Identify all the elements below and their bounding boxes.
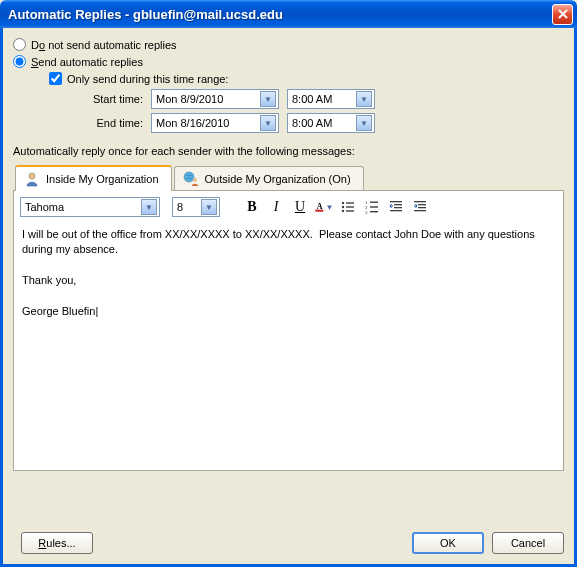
font-color-icon: A — [314, 199, 325, 215]
chevron-down-icon: ▼ — [356, 115, 372, 131]
message-editor[interactable]: I will be out of the office from XX/XX/X… — [13, 221, 564, 471]
chevron-down-icon: ▼ — [201, 199, 217, 215]
chevron-down-icon: ▼ — [325, 203, 334, 212]
svg-rect-8 — [346, 206, 354, 207]
chevron-down-icon: ▼ — [260, 115, 276, 131]
end-date-combo[interactable]: Mon 8/16/2010 ▼ — [151, 113, 279, 133]
tab-outside-org[interactable]: Outside My Organization (On) — [174, 166, 364, 190]
svg-point-7 — [342, 206, 344, 208]
svg-rect-18 — [394, 204, 402, 205]
rules-button[interactable]: Rules... — [21, 532, 93, 554]
end-date-value: Mon 8/16/2010 — [156, 117, 256, 129]
start-time-label: Start time: — [73, 93, 143, 105]
font-size-combo[interactable]: 8 ▼ — [172, 197, 220, 217]
radio-send-label: Send automatic replies — [31, 56, 143, 68]
chevron-down-icon: ▼ — [260, 91, 276, 107]
svg-rect-23 — [418, 207, 426, 208]
radio-do-not-send-row[interactable]: Do not send automatic replies — [13, 38, 564, 51]
bullet-list-icon — [341, 200, 355, 214]
ok-button[interactable]: OK — [412, 532, 484, 554]
svg-rect-6 — [346, 202, 354, 203]
start-time-combo[interactable]: 8:00 AM ▼ — [287, 89, 375, 109]
svg-rect-20 — [390, 210, 402, 211]
tab-inside-org[interactable]: Inside My Organization — [15, 165, 172, 191]
italic-button[interactable]: I — [266, 197, 286, 217]
svg-rect-21 — [414, 201, 426, 202]
svg-point-9 — [342, 210, 344, 212]
radio-do-not-send-label: Do not send automatic replies — [31, 39, 177, 51]
tab-outside-label: Outside My Organization (On) — [205, 173, 351, 185]
underline-button[interactable]: U — [290, 197, 310, 217]
outdent-icon — [389, 200, 403, 214]
number-list-icon: 1 2 3 — [365, 200, 379, 214]
cancel-button[interactable]: Cancel — [492, 532, 564, 554]
start-time-value: 8:00 AM — [292, 93, 352, 105]
checkbox-only-range[interactable] — [49, 72, 62, 85]
start-date-value: Mon 8/9/2010 — [156, 93, 256, 105]
font-color-button[interactable]: A ▼ — [314, 197, 334, 217]
format-toolbar: Tahoma ▼ 8 ▼ B I U A ▼ 1 — [13, 191, 564, 221]
svg-rect-14 — [370, 206, 378, 207]
font-size-value: 8 — [177, 201, 197, 213]
svg-text:A: A — [317, 202, 323, 211]
chevron-down-icon: ▼ — [141, 199, 157, 215]
svg-point-1 — [184, 172, 194, 182]
dialog-body: Do not send automatic replies Send autom… — [0, 28, 577, 567]
svg-rect-4 — [315, 210, 323, 212]
footer: Rules... OK Cancel — [13, 532, 564, 554]
outdent-button[interactable] — [386, 197, 406, 217]
svg-point-0 — [29, 173, 35, 179]
bullet-list-button[interactable] — [338, 197, 358, 217]
bold-button[interactable]: B — [242, 197, 262, 217]
close-button[interactable] — [552, 4, 573, 25]
svg-rect-24 — [414, 210, 426, 211]
svg-rect-16 — [370, 211, 378, 212]
tab-inside-label: Inside My Organization — [46, 173, 159, 185]
radio-send[interactable] — [13, 55, 26, 68]
svg-rect-12 — [370, 202, 378, 203]
section-label: Automatically reply once for each sender… — [13, 145, 564, 157]
tab-strip: Inside My Organization Outside My Organi… — [13, 163, 564, 191]
svg-point-2 — [193, 178, 197, 182]
indent-button[interactable] — [410, 197, 430, 217]
person-icon — [24, 171, 40, 187]
font-combo[interactable]: Tahoma ▼ — [20, 197, 160, 217]
chevron-down-icon: ▼ — [356, 91, 372, 107]
end-time-label: End time: — [73, 117, 143, 129]
font-value: Tahoma — [25, 201, 137, 213]
svg-rect-17 — [390, 201, 402, 202]
number-list-button[interactable]: 1 2 3 — [362, 197, 382, 217]
indent-icon — [413, 200, 427, 214]
start-time-row: Start time: Mon 8/9/2010 ▼ 8:00 AM ▼ — [73, 89, 564, 109]
start-date-combo[interactable]: Mon 8/9/2010 ▼ — [151, 89, 279, 109]
svg-rect-10 — [346, 210, 354, 211]
end-time-value: 8:00 AM — [292, 117, 352, 129]
radio-send-row[interactable]: Send automatic replies — [13, 55, 564, 68]
only-range-label: Only send during this time range: — [67, 73, 228, 85]
radio-do-not-send[interactable] — [13, 38, 26, 51]
end-time-row: End time: Mon 8/16/2010 ▼ 8:00 AM ▼ — [73, 113, 564, 133]
window-title: Automatic Replies - gbluefin@mail.ucsd.e… — [8, 7, 552, 22]
svg-rect-22 — [418, 204, 426, 205]
end-time-combo[interactable]: 8:00 AM ▼ — [287, 113, 375, 133]
titlebar: Automatic Replies - gbluefin@mail.ucsd.e… — [0, 0, 577, 28]
svg-rect-19 — [394, 207, 402, 208]
svg-point-5 — [342, 202, 344, 204]
svg-text:3: 3 — [365, 210, 368, 214]
globe-person-icon — [183, 171, 199, 187]
close-icon — [558, 9, 568, 19]
only-range-row[interactable]: Only send during this time range: — [49, 72, 564, 85]
